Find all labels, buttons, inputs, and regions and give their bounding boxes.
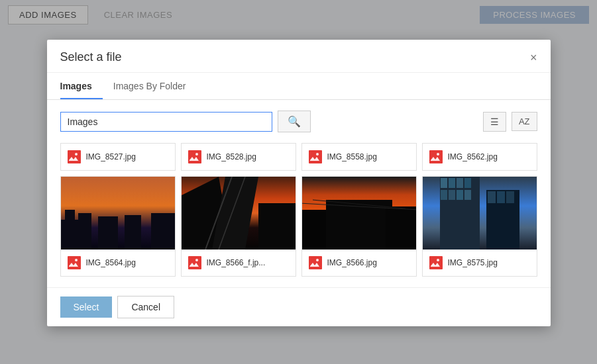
file-name: IMG_8528.jpg [207, 152, 256, 161]
svg-rect-0 [68, 150, 81, 163]
file-name: IMG_8562.jpg [448, 152, 498, 161]
file-name: IMG_8566_f.jp... [207, 258, 266, 267]
list-view-button[interactable]: ☰ [483, 112, 506, 132]
sort-icon: AZ [519, 116, 530, 126]
image-thumbnail [302, 177, 416, 250]
svg-rect-15 [68, 256, 81, 269]
image-thumbnail [182, 177, 296, 250]
image-icon [187, 149, 203, 165]
svg-point-7 [437, 153, 439, 156]
list-item[interactable]: IMG_8566.jpg [301, 176, 417, 277]
svg-rect-42 [464, 190, 471, 200]
select-file-modal: Select a file × Images Images By Folder … [47, 40, 551, 326]
thumb-svg [423, 177, 537, 250]
svg-rect-41 [457, 190, 463, 200]
image-thumbnail [423, 177, 537, 250]
svg-rect-39 [441, 190, 447, 200]
svg-rect-36 [449, 178, 455, 188]
modal-tabs: Images Images By Folder [47, 73, 551, 100]
svg-rect-35 [441, 178, 447, 188]
list-item[interactable]: IMG_8558.jpg [301, 143, 417, 171]
list-item[interactable]: IMG_8528.jpg [181, 143, 296, 171]
svg-point-16 [75, 259, 78, 261]
image-icon [307, 149, 323, 165]
svg-point-5 [316, 153, 319, 156]
list-item[interactable]: IMG_8575.jpg [422, 176, 537, 277]
svg-rect-46 [506, 191, 514, 203]
svg-point-48 [437, 259, 439, 261]
svg-rect-38 [464, 178, 471, 188]
tab-images[interactable]: Images [60, 73, 103, 99]
svg-rect-10 [65, 210, 75, 250]
svg-rect-31 [309, 256, 322, 269]
sort-button[interactable]: AZ [512, 112, 537, 131]
image-icon [187, 255, 203, 271]
svg-rect-23 [188, 256, 201, 269]
thumb-svg [61, 177, 175, 250]
file-name: IMG_8558.jpg [327, 152, 377, 161]
file-grid: IMG_8527.jpg IMG_8528.jpg [60, 143, 537, 277]
svg-rect-13 [125, 215, 141, 250]
svg-point-24 [195, 259, 198, 261]
file-name: IMG_8575.jpg [448, 258, 498, 267]
image-icon [66, 149, 82, 165]
file-name: IMG_8564.jpg [86, 258, 136, 267]
svg-rect-45 [497, 191, 505, 203]
list-item[interactable]: IMG_8564.jpg [60, 176, 176, 277]
select-button[interactable]: Select [60, 296, 113, 318]
list-item[interactable]: IMG_8562.jpg [422, 143, 537, 171]
svg-rect-4 [309, 150, 322, 163]
tab-images-by-folder[interactable]: Images By Folder [113, 73, 197, 99]
svg-rect-12 [98, 216, 118, 250]
search-button[interactable]: 🔍 [278, 111, 311, 132]
svg-point-32 [316, 259, 319, 261]
svg-rect-2 [188, 150, 201, 163]
image-icon [307, 255, 323, 271]
svg-rect-44 [488, 191, 496, 203]
search-input[interactable] [60, 112, 272, 132]
svg-rect-37 [457, 178, 463, 188]
search-icon: 🔍 [288, 116, 301, 127]
thumb-svg [302, 177, 416, 250]
modal-close-button[interactable]: × [530, 52, 537, 64]
file-name: IMG_8566.jpg [327, 258, 377, 267]
svg-rect-47 [429, 256, 443, 269]
svg-point-3 [195, 153, 198, 156]
list-item[interactable]: IMG_8566_f.jp... [181, 176, 296, 277]
image-icon [428, 149, 444, 165]
svg-rect-6 [429, 150, 443, 163]
list-item[interactable]: IMG_8527.jpg [60, 143, 176, 171]
svg-rect-14 [151, 213, 175, 250]
svg-rect-28 [386, 206, 416, 250]
cancel-button[interactable]: Cancel [117, 296, 174, 318]
image-thumbnail [61, 177, 175, 250]
modal-header: Select a file × [47, 40, 551, 73]
modal-footer: Select Cancel [47, 287, 551, 326]
image-icon [66, 255, 82, 271]
modal-title: Select a file [60, 50, 122, 64]
search-row: 🔍 ☰ AZ [60, 111, 537, 132]
file-name: IMG_8527.jpg [86, 152, 136, 161]
svg-rect-11 [78, 213, 91, 250]
list-icon: ☰ [490, 116, 499, 127]
thumb-svg [182, 177, 296, 250]
modal-body: 🔍 ☰ AZ IMG_8527.jpg [47, 100, 551, 287]
svg-point-1 [75, 153, 78, 156]
image-icon [428, 255, 444, 271]
svg-rect-22 [258, 203, 296, 250]
svg-rect-27 [326, 200, 392, 250]
svg-rect-40 [449, 190, 455, 200]
